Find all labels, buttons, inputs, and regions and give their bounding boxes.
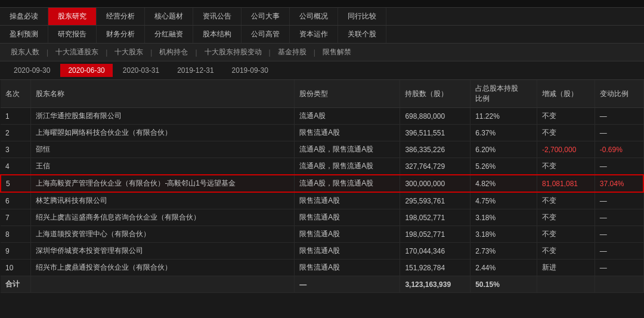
cell-rank: 4 bbox=[1, 158, 31, 175]
cell-change: 不变 bbox=[537, 209, 595, 226]
nav-yanjiu[interactable]: 研究报告 bbox=[48, 26, 97, 43]
date-tab-3[interactable]: 2019-12-31 bbox=[169, 64, 221, 77]
nav-yingli[interactable]: 盈利预测 bbox=[0, 26, 48, 43]
nav-jingying[interactable]: 经营分析 bbox=[97, 8, 145, 25]
cell-rank: 2 bbox=[1, 125, 31, 141]
cell-name: 上海高毅资产管理合伙企业（有限合伙）-高毅邻山1号远望基金 bbox=[31, 175, 295, 192]
nav-hexin[interactable]: 核心题材 bbox=[145, 8, 193, 25]
cell-type: 限售流通A股 bbox=[295, 243, 400, 260]
cell-rank: 1 bbox=[1, 108, 31, 125]
footer-name bbox=[31, 276, 295, 293]
nav-ziben[interactable]: 资本运作 bbox=[290, 26, 338, 43]
cell-change: 不变 bbox=[537, 158, 595, 175]
table-row: 7 绍兴上虞吉运盛商务信息咨询合伙企业（有限合伙） 限售流通A股 198,052… bbox=[1, 209, 643, 226]
footer-pct: 50.15% bbox=[470, 276, 537, 293]
col-type: 股份类型 bbox=[295, 80, 400, 108]
cell-change-pct: — bbox=[595, 226, 643, 243]
cell-shares: 300,000,000 bbox=[400, 175, 470, 192]
cell-rank: 10 bbox=[1, 260, 31, 276]
cell-change: 不变 bbox=[537, 226, 595, 243]
nav-tonghang[interactable]: 同行比较 bbox=[338, 8, 386, 25]
cell-shares: 170,044,346 bbox=[400, 243, 470, 260]
cell-shares: 198,052,771 bbox=[400, 209, 470, 226]
nav-row-2: 盈利预测 研究报告 财务分析 分红融资 股本结构 公司高管 资本运作 关联个股 bbox=[0, 26, 644, 44]
cell-rank: 3 bbox=[1, 141, 31, 158]
cell-type: 流通A股，限售流通A股 bbox=[295, 175, 400, 192]
cell-name: 浙江华通控股集团有限公司 bbox=[31, 108, 295, 125]
table-row: 9 深圳华侨城资本投资管理有限公司 限售流通A股 170,044,346 2.7… bbox=[1, 243, 643, 260]
cell-change-pct: — bbox=[595, 192, 643, 209]
shareholders-table: 名次 股东名称 股份类型 持股数（股） 占总股本持股比例 增减（股） 变动比例 … bbox=[0, 80, 644, 293]
table-header-row: 名次 股东名称 股份类型 持股数（股） 占总股本持股比例 增减（股） 变动比例 bbox=[1, 80, 643, 108]
cell-name: 上海道颉投资管理中心（有限合伙） bbox=[31, 226, 295, 243]
cell-shares: 295,593,761 bbox=[400, 192, 470, 209]
subnav-gudong-renshu[interactable]: 股东人数 bbox=[6, 46, 44, 58]
col-shares: 持股数（股） bbox=[400, 80, 470, 108]
subnav-biandong[interactable]: 十大股东持股变动 bbox=[200, 46, 267, 58]
cell-rank: 7 bbox=[1, 209, 31, 226]
subnav-shida-gudong[interactable]: 十大股东 bbox=[110, 46, 148, 58]
cell-change-pct: — bbox=[595, 158, 643, 175]
cell-shares: 386,335,226 bbox=[400, 141, 470, 158]
cell-change: 不变 bbox=[537, 125, 595, 141]
cell-pct: 3.18% bbox=[470, 226, 537, 243]
cell-name: 深圳华侨城资本投资管理有限公司 bbox=[31, 243, 295, 260]
cell-pct: 6.37% bbox=[470, 125, 537, 141]
cell-pct: 11.22% bbox=[470, 108, 537, 125]
nav-gudong[interactable]: 股东研究 bbox=[48, 8, 97, 25]
cell-pct: 4.82% bbox=[470, 175, 537, 192]
cell-change-pct: — bbox=[595, 108, 643, 125]
cell-change: 81,081,081 bbox=[537, 175, 595, 192]
cell-change-pct: -0.69% bbox=[595, 141, 643, 158]
nav-row-1: 操盘必读 股东研究 经营分析 核心题材 资讯公告 公司大事 公司概况 同行比较 bbox=[0, 8, 644, 26]
cell-shares: 396,511,551 bbox=[400, 125, 470, 141]
footer-change-pct bbox=[595, 276, 643, 293]
subnav-xianshou[interactable]: 限售解禁 bbox=[318, 46, 356, 58]
cell-rank: 6 bbox=[1, 192, 31, 209]
cell-change: 新进 bbox=[537, 260, 595, 276]
date-tabs: 2020-09-30 2020-06-30 2020-03-31 2019-12… bbox=[0, 61, 644, 80]
subnav-jijin[interactable]: 基金持股 bbox=[273, 46, 311, 58]
header-bar bbox=[0, 0, 644, 8]
date-tab-1[interactable]: 2020-06-30 bbox=[60, 64, 112, 77]
nav-gaoguan[interactable]: 公司高管 bbox=[242, 26, 290, 43]
cell-change: 不变 bbox=[537, 192, 595, 209]
footer-shares: 3,123,163,939 bbox=[400, 276, 470, 293]
table-row: 2 上海曜曌如网络科技合伙企业（有限合伙） 限售流通A股 396,511,551… bbox=[1, 125, 643, 141]
col-rank: 名次 bbox=[1, 80, 31, 108]
col-pct: 占总股本持股比例 bbox=[470, 80, 537, 108]
nav-guanlian[interactable]: 关联个股 bbox=[338, 26, 386, 43]
cell-name: 绍兴上虞吉运盛商务信息咨询合伙企业（有限合伙） bbox=[31, 209, 295, 226]
table-row: 1 浙江华通控股集团有限公司 流通A股 698,880,000 11.22% 不… bbox=[1, 108, 643, 125]
nav-gongsi-dashi[interactable]: 公司大事 bbox=[242, 8, 290, 25]
subnav-shida-liutong[interactable]: 十大流通股东 bbox=[51, 46, 103, 58]
cell-type: 流通A股，限售流通A股 bbox=[295, 158, 400, 175]
cell-name: 邵恒 bbox=[31, 141, 295, 158]
cell-change: 不变 bbox=[537, 108, 595, 125]
cell-shares: 151,928,784 bbox=[400, 260, 470, 276]
col-name: 股东名称 bbox=[31, 80, 295, 108]
date-tab-0[interactable]: 2020-09-30 bbox=[6, 64, 58, 77]
nav-fenhong[interactable]: 分红融资 bbox=[145, 26, 193, 43]
footer-label: 合计 bbox=[1, 276, 31, 293]
col-change-pct: 变动比例 bbox=[595, 80, 643, 108]
date-tab-4[interactable]: 2019-09-30 bbox=[224, 64, 276, 77]
cell-rank: 8 bbox=[1, 226, 31, 243]
table-row: 3 邵恒 流通A股，限售流通A股 386,335,226 6.20% -2,70… bbox=[1, 141, 643, 158]
nav-caopan[interactable]: 操盘必读 bbox=[0, 8, 48, 25]
date-tab-2[interactable]: 2020-03-31 bbox=[115, 64, 167, 77]
cell-shares: 698,880,000 bbox=[400, 108, 470, 125]
cell-pct: 2.73% bbox=[470, 243, 537, 260]
cell-type: 流通A股 bbox=[295, 108, 400, 125]
table-row: 6 林芝腾讯科技有限公司 限售流通A股 295,593,761 4.75% 不变… bbox=[1, 192, 643, 209]
cell-name: 上海曜曌如网络科技合伙企业（有限合伙） bbox=[31, 125, 295, 141]
nav-zixun[interactable]: 资讯公告 bbox=[193, 8, 242, 25]
cell-change: 不变 bbox=[537, 243, 595, 260]
nav-gongsi-gaikuang[interactable]: 公司概况 bbox=[290, 8, 338, 25]
shareholders-table-container: 名次 股东名称 股份类型 持股数（股） 占总股本持股比例 增减（股） 变动比例 … bbox=[0, 80, 644, 293]
col-change: 增减（股） bbox=[537, 80, 595, 108]
nav-guben[interactable]: 股本结构 bbox=[193, 26, 242, 43]
nav-caiwu[interactable]: 财务分析 bbox=[97, 26, 145, 43]
cell-shares: 327,764,729 bbox=[400, 158, 470, 175]
subnav-jigou[interactable]: 机构持仓 bbox=[154, 46, 193, 58]
